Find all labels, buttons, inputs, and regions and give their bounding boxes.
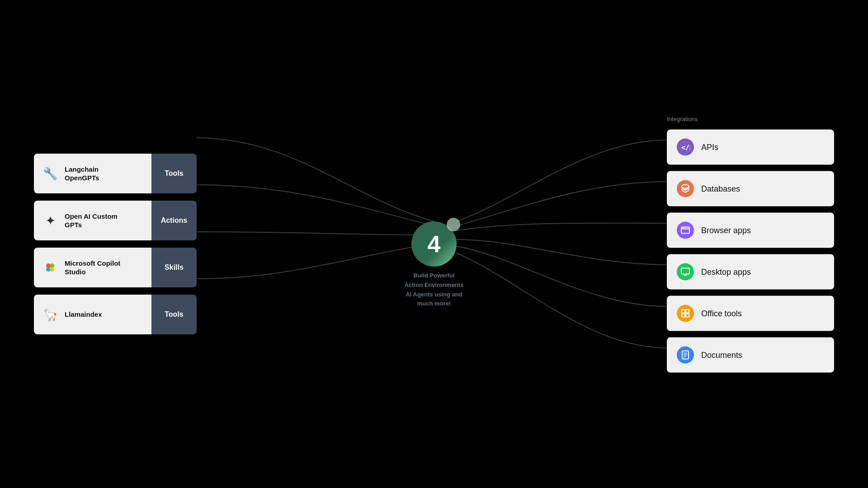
svg-rect-14 [682, 310, 685, 313]
svg-rect-11 [681, 268, 689, 274]
apis-icon: </> [677, 139, 694, 156]
left-card-llamaindex[interactable]: 🦙 Llamaindex Tools [34, 295, 197, 334]
left-card-main-langchain: 🔧 LangchainOpenGPTs [34, 154, 151, 193]
right-card-apis[interactable]: </> APIs [667, 130, 834, 165]
databases-title: Databases [701, 184, 740, 193]
right-card-browser-apps[interactable]: Browser apps [667, 213, 834, 248]
svg-point-6 [682, 185, 689, 188]
left-section: 🔧 LangchainOpenGPTs Tools ✦ Open AI Cust… [34, 154, 197, 334]
svg-point-4 [50, 267, 54, 272]
langchain-badge: Tools [151, 154, 197, 193]
llamaindex-badge: Tools [151, 295, 197, 334]
overlay-line-3: AI Agents using and [375, 290, 493, 300]
overlay-line-2: Action Environments [375, 281, 493, 290]
right-card-documents[interactable]: Documents [667, 338, 834, 373]
openai-title: Open AI CustomGPTs [65, 212, 118, 230]
right-card-databases[interactable]: Databases [667, 171, 834, 206]
openai-icon: ✦ [42, 212, 58, 229]
office-tools-icon [677, 305, 694, 322]
svg-point-9 [682, 228, 683, 229]
svg-text:</>: </> [681, 144, 690, 152]
center-circle: 4 [411, 221, 457, 267]
right-card-office-tools[interactable]: Office tools [667, 296, 834, 331]
left-card-openai[interactable]: ✦ Open AI CustomGPTs Actions [34, 201, 197, 240]
databases-icon [677, 180, 694, 197]
browser-apps-icon [677, 222, 694, 239]
overlay-line-1: Build Powerful [375, 271, 493, 281]
desktop-apps-title: Desktop apps [701, 267, 751, 277]
left-card-main-llamaindex: 🦙 Llamaindex [34, 295, 151, 334]
center-node: 4 [407, 217, 461, 271]
svg-point-0 [44, 261, 57, 274]
overlay-line-4: much more! [375, 299, 493, 309]
left-card-copilot[interactable]: Microsoft CopilotStudio Skills [34, 248, 197, 287]
left-card-main-openai: ✦ Open AI CustomGPTs [34, 201, 151, 240]
documents-title: Documents [701, 350, 742, 360]
office-tools-title: Office tools [701, 309, 742, 318]
left-card-langchain[interactable]: 🔧 LangchainOpenGPTs Tools [34, 154, 197, 193]
copilot-badge: Skills [151, 248, 197, 287]
center-number: 4 [428, 232, 441, 256]
openai-badge: Actions [151, 201, 197, 240]
center-text-overlay: Build Powerful Action Environments AI Ag… [375, 271, 493, 309]
llamaindex-title: Llamaindex [65, 310, 102, 319]
right-card-desktop-apps[interactable]: Desktop apps [667, 254, 834, 290]
apis-title: APIs [701, 142, 718, 152]
svg-rect-17 [686, 314, 689, 317]
browser-apps-title: Browser apps [701, 225, 751, 235]
right-section-label: Integrations [667, 116, 834, 122]
svg-rect-15 [686, 310, 689, 313]
copilot-title: Microsoft CopilotStudio [65, 259, 120, 277]
svg-point-10 [684, 228, 684, 229]
copilot-icon [42, 259, 58, 276]
llamaindex-icon: 🦙 [42, 306, 58, 323]
desktop-apps-icon [677, 263, 694, 281]
langchain-title: LangchainOpenGPTs [65, 165, 99, 183]
documents-icon [677, 347, 694, 364]
right-section: Integrations </> APIs Databases [667, 116, 834, 373]
langchain-icon: 🔧 [42, 165, 58, 182]
svg-rect-16 [682, 314, 685, 317]
left-card-main-copilot: Microsoft CopilotStudio [34, 248, 151, 287]
